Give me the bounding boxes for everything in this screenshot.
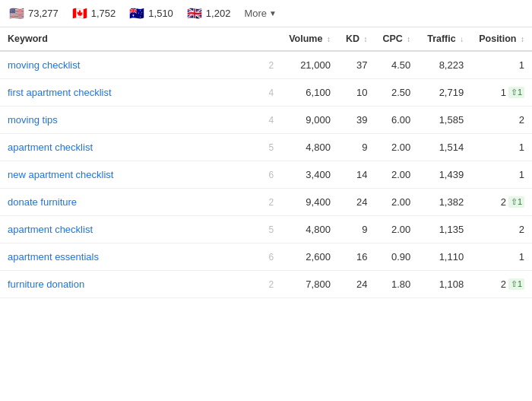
row-volume: 3,400 [281, 161, 338, 189]
row-traffic: 8,223 [418, 51, 471, 79]
row-num: 6 [261, 161, 282, 189]
row-cpc: 2.00 [375, 216, 418, 243]
trend-up-badge: ⇧1 [508, 196, 524, 208]
row-cpc: 6.00 [375, 107, 418, 134]
position-number: 2 [501, 278, 506, 290]
header-traffic[interactable]: Traffic ↓ [418, 27, 471, 51]
au-value: 1,510 [148, 8, 173, 19]
row-position: 2⇧1 [471, 271, 532, 298]
header-position[interactable]: Position ↕ [471, 27, 532, 51]
position-number: 2 [501, 196, 506, 208]
position-number: 1 [501, 87, 506, 98]
traffic-sort-icon: ↓ [460, 35, 464, 43]
row-volume: 21,000 [281, 51, 338, 79]
keyword-link[interactable]: apartment checklist [8, 224, 93, 235]
row-cpc: 4.50 [375, 51, 418, 79]
position-number: 2 [519, 224, 524, 235]
table-row: apartment essentials62,600160.901,1101 [0, 243, 532, 271]
row-traffic: 1,439 [418, 161, 471, 189]
row-volume: 9,400 [281, 189, 338, 216]
cpc-sort-icon: ↕ [407, 35, 410, 43]
position-number: 1 [519, 251, 524, 263]
row-num: 2 [261, 271, 282, 298]
row-position: 1 [471, 161, 532, 189]
row-volume: 6,100 [281, 79, 338, 107]
position-number: 1 [519, 169, 524, 180]
us-value: 73,277 [28, 8, 59, 19]
row-cpc: 2.00 [375, 134, 418, 161]
position-sort-icon: ↕ [521, 35, 524, 43]
row-traffic: 2,719 [418, 79, 471, 107]
row-position: 2 [471, 216, 532, 243]
row-kd: 24 [338, 189, 375, 216]
row-volume: 4,800 [281, 134, 338, 161]
row-kd: 10 [338, 79, 375, 107]
header-kd[interactable]: KD ↕ [338, 27, 375, 51]
keyword-link[interactable]: new apartment checklist [8, 169, 113, 180]
table-row: apartment checklist54,80092.001,1352 [0, 216, 532, 243]
row-traffic: 1,135 [418, 216, 471, 243]
gb-flag-icon: 🇬🇧 [187, 6, 202, 21]
keyword-link[interactable]: furniture donation [8, 278, 84, 290]
row-kd: 24 [338, 271, 375, 298]
flag-ca[interactable]: 🇨🇦 1,752 [72, 6, 116, 21]
position-number: 1 [519, 59, 524, 71]
row-num: 5 [261, 216, 282, 243]
keyword-link[interactable]: moving checklist [8, 59, 80, 71]
flags-bar: 🇺🇸 73,277 🇨🇦 1,752 🇦🇺 1,510 🇬🇧 1,202 Mor… [0, 0, 532, 27]
flag-gb[interactable]: 🇬🇧 1,202 [187, 6, 231, 21]
header-keyword[interactable]: Keyword [0, 27, 261, 51]
row-traffic: 1,585 [418, 107, 471, 134]
row-traffic: 1,110 [418, 243, 471, 271]
trend-up-badge: ⇧1 [508, 278, 524, 290]
row-position: 1 [471, 51, 532, 79]
row-kd: 37 [338, 51, 375, 79]
table-row: moving checklist221,000374.508,2231 [0, 51, 532, 79]
keyword-link[interactable]: apartment checklist [8, 142, 93, 153]
header-cpc[interactable]: CPC ↕ [375, 27, 418, 51]
row-num: 4 [261, 79, 282, 107]
position-number: 1 [519, 142, 524, 153]
ca-flag-icon: 🇨🇦 [72, 6, 87, 21]
header-volume[interactable]: Volume ↕ [281, 27, 338, 51]
row-traffic: 1,382 [418, 189, 471, 216]
row-kd: 9 [338, 134, 375, 161]
row-cpc: 0.90 [375, 243, 418, 271]
row-volume: 7,800 [281, 271, 338, 298]
table-header-row: Keyword Volume ↕ KD ↕ CPC ↕ Traffic ↓ Po… [0, 27, 532, 51]
row-num: 5 [261, 134, 282, 161]
flag-au[interactable]: 🇦🇺 1,510 [129, 6, 173, 21]
row-cpc: 2.00 [375, 189, 418, 216]
us-flag-icon: 🇺🇸 [9, 6, 24, 21]
table-row: moving tips49,000396.001,5852 [0, 107, 532, 134]
row-traffic: 1,514 [418, 134, 471, 161]
row-cpc: 2.50 [375, 79, 418, 107]
row-kd: 16 [338, 243, 375, 271]
keyword-link[interactable]: apartment essentials [8, 251, 99, 263]
row-num: 6 [261, 243, 282, 271]
row-num: 4 [261, 107, 282, 134]
row-traffic: 1,108 [418, 271, 471, 298]
row-volume: 9,000 [281, 107, 338, 134]
gb-value: 1,202 [206, 8, 231, 19]
trend-up-badge: ⇧1 [508, 87, 524, 98]
more-label: More [244, 8, 267, 19]
row-kd: 39 [338, 107, 375, 134]
flag-us[interactable]: 🇺🇸 73,277 [9, 6, 59, 21]
keyword-link[interactable]: donate furniture [8, 196, 77, 208]
more-button[interactable]: More ▼ [244, 8, 277, 19]
row-num: 2 [261, 51, 282, 79]
row-position: 2⇧1 [471, 189, 532, 216]
row-position: 1 [471, 243, 532, 271]
position-number: 2 [519, 114, 524, 126]
table-row: furniture donation27,800241.801,1082⇧1 [0, 271, 532, 298]
keyword-link[interactable]: first apartment checklist [8, 87, 112, 98]
table-row: donate furniture29,400242.001,3822⇧1 [0, 189, 532, 216]
row-cpc: 1.80 [375, 271, 418, 298]
keywords-table: Keyword Volume ↕ KD ↕ CPC ↕ Traffic ↓ Po… [0, 27, 532, 298]
row-position: 2 [471, 107, 532, 134]
chevron-down-icon: ▼ [269, 9, 277, 18]
row-volume: 2,600 [281, 243, 338, 271]
keyword-link[interactable]: moving tips [8, 114, 58, 126]
table-row: first apartment checklist46,100102.502,7… [0, 79, 532, 107]
